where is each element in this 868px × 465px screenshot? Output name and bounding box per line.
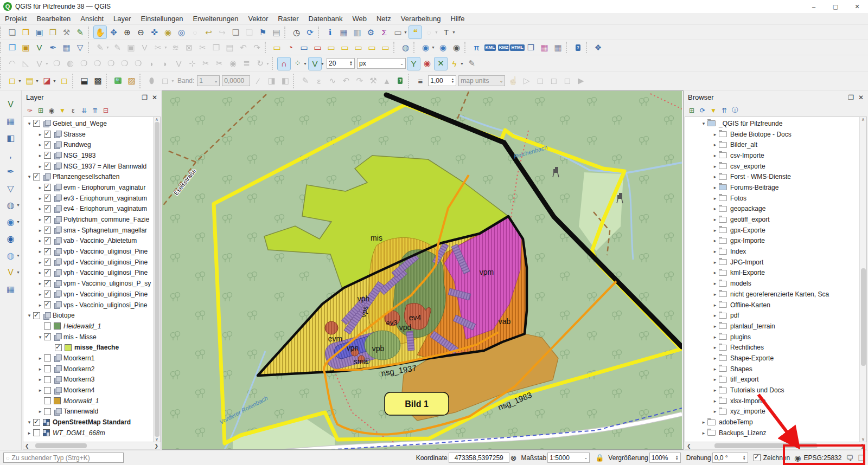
toolbar-button[interactable]: ◷ [290, 26, 303, 38]
toolbar-field[interactable]: 0,0000 [222, 75, 250, 86]
layer-tree-row[interactable]: ▾Biotope [23, 310, 153, 321]
menu-netz[interactable]: Netz [372, 15, 396, 23]
toolbar-button[interactable]: ❍ [132, 57, 144, 70]
toolbar-button[interactable]: Y [407, 57, 420, 70]
toolbar-button[interactable]: ▲ [380, 75, 393, 87]
layer-visibility-checkbox[interactable] [44, 184, 51, 191]
layer-tree-row[interactable]: ▸sma - Sphagnetum_magellar [23, 225, 153, 236]
browser-tree-row[interactable]: ▸pdf [685, 310, 859, 321]
layer-tree-row[interactable]: ▸Polytrichum_commune_Fazie [23, 214, 153, 225]
toolbar-button[interactable]: ◍ [399, 41, 412, 54]
layer-tree-row[interactable]: ▸Moorkern2 [23, 364, 153, 374]
layer-tree-row[interactable]: Heidewald_1 [23, 321, 153, 332]
layer-visibility-checkbox[interactable] [44, 141, 51, 148]
toolbar-button[interactable]: ✒ [47, 41, 59, 54]
browser-tree-row[interactable]: ▸planlauf_terrain [685, 321, 859, 332]
toolbar-button[interactable]: ◍▼ [4, 199, 17, 211]
layer-visibility-checkbox[interactable] [33, 429, 40, 436]
tasks-icon[interactable]: ❒ [858, 454, 865, 462]
layer-visibility-checkbox[interactable] [44, 365, 51, 372]
toolbar-button[interactable]: ▩ [92, 75, 104, 87]
toolbar-combo[interactable]: 1⌄ [197, 75, 220, 86]
browser-tree-row[interactable]: ▸csv_exporte [685, 161, 859, 172]
layer-visibility-checkbox[interactable] [44, 376, 51, 383]
toolbar-button[interactable]: ❐ [210, 41, 222, 54]
lock-icon[interactable]: 🔒 [595, 454, 604, 462]
close-button[interactable]: ✕ [846, 0, 868, 13]
toolbar-button[interactable]: ▦ [337, 26, 350, 38]
toolbar-button[interactable]: ⬮ [145, 75, 158, 87]
toolbar-button[interactable]: ▦ [60, 41, 73, 54]
layer-visibility-checkbox[interactable] [44, 205, 51, 212]
layer-tree-row[interactable]: ▸evm - Eriophorum_vaginatur [23, 182, 153, 193]
toolbar-button[interactable]: ◌▼ [423, 26, 435, 38]
menu-datenbank[interactable]: Datenbank [304, 15, 348, 23]
layer-tree-row[interactable]: ▸NSG_1983 [23, 150, 153, 161]
layer-tree-row[interactable]: ▾Pflanzengesellschaften [23, 171, 153, 182]
toolbar-button-kml[interactable]: KML [484, 41, 496, 54]
toolbar-button[interactable]: Σ [378, 26, 391, 38]
toolbar-button[interactable]: ⊕ [121, 26, 133, 38]
toolbar-button[interactable]: ∿ [326, 75, 339, 87]
toolbar-button[interactable]: ◧ [279, 75, 291, 87]
toolbar-button-kmz[interactable]: KMZ [497, 41, 510, 54]
menu-erweiterungen[interactable]: Erweiterungen [188, 15, 244, 23]
browser-tree-row[interactable]: ▸models [685, 278, 859, 289]
layer-visibility-checkbox[interactable] [44, 322, 51, 330]
toolbar-button-?[interactable]: ? [394, 75, 406, 87]
toolbar-button[interactable]: V▼ [4, 266, 17, 279]
browser-tree-row[interactable]: ▸adobeTemp [685, 417, 859, 428]
layer-visibility-checkbox[interactable] [44, 259, 51, 266]
menu-einstellungen[interactable]: Einstellungen [136, 15, 188, 23]
toolbar-button[interactable]: ▦ [4, 283, 17, 295]
toolbar-button[interactable]: ≣ [240, 57, 253, 70]
toolbar-button[interactable]: ❍ [118, 57, 131, 70]
toolbar-button[interactable]: ε [312, 75, 325, 87]
toolbar-button[interactable]: V [33, 41, 46, 54]
toolbar-button[interactable]: V [4, 98, 17, 111]
toolbar-button[interactable]: ▭ [298, 41, 310, 54]
browser-tree-row[interactable]: ▸xyz_importe [685, 406, 859, 417]
panel-tool-icon[interactable]: ⊟ [101, 106, 111, 115]
layer-visibility-checkbox[interactable] [44, 195, 51, 202]
toolbar-button[interactable]: ◗ [145, 57, 158, 70]
coordinate-input[interactable]: 473358,5397259 [449, 453, 509, 463]
toolbar-button[interactable]: ↩ [202, 26, 215, 38]
toolbar-button[interactable]: ϟ▼ [448, 57, 461, 70]
layer-tree-row[interactable]: ▸ev3 - Eriophorum_vaginatum [23, 193, 153, 204]
messages-icon[interactable]: 🗨 [846, 454, 853, 462]
browser-tree-row[interactable]: ▸csv-Importe [685, 150, 859, 161]
browser-tree-row[interactable]: ▸Beide Biotope - Docs [685, 129, 859, 140]
toolbar-button[interactable]: ▭ [271, 41, 283, 54]
toolbar-button[interactable]: ∕ [252, 75, 264, 87]
toolbar-button[interactable]: ✎ [465, 57, 478, 70]
toolbar-button[interactable]: ▣ [20, 41, 32, 54]
panel-tool-icon[interactable]: ⊞ [687, 106, 697, 115]
toolbar-button[interactable]: ▭▼ [392, 26, 404, 38]
layer-tree-row[interactable]: misse_flaeche [23, 342, 153, 353]
toolbar-button[interactable]: ◠ [6, 57, 18, 70]
toolbar-button[interactable]: ✕ [435, 57, 447, 70]
toolbar-button[interactable]: ✎ [111, 41, 124, 54]
toolbar-button[interactable]: ❏ [229, 26, 242, 38]
toolbar-button[interactable]: ◍▼ [4, 249, 17, 262]
toolbar-button[interactable]: ❏ [243, 26, 256, 38]
panel-tool-icon[interactable]: ⇊ [79, 106, 89, 115]
toolbar-button[interactable]: ⊖ [135, 26, 147, 38]
toolbar-spinbox[interactable]: 20▲▼ [327, 58, 355, 69]
panel-tool-icon[interactable]: ◉ [47, 106, 56, 115]
toolbar-button[interactable]: ✂▼ [152, 41, 164, 54]
toolbar-button[interactable]: ✒ [4, 165, 17, 178]
panel-tool-icon[interactable]: ⇈ [719, 106, 729, 115]
crs-globe-icon[interactable]: ◉ [794, 454, 801, 462]
toolbar-button[interactable]: ◉▼ [419, 41, 432, 54]
map-canvas[interactable]: misvpmvphvpsev3vpdev4evmvpnvpbsmavabnsg_… [162, 91, 684, 450]
maximize-button[interactable]: ▢ [825, 0, 846, 13]
toolbar-button[interactable]: ▭ [311, 41, 324, 54]
toolbar-button[interactable]: ↷ [353, 75, 366, 87]
toolbar-button[interactable]: ◻ [58, 75, 71, 87]
layer-visibility-checkbox[interactable] [44, 408, 51, 415]
toolbar-button[interactable]: ❍ [50, 57, 63, 70]
browser-tree-row[interactable]: ▸Backups_Lizenz [685, 428, 859, 438]
toolbar-button[interactable]: ✋ [94, 26, 106, 38]
